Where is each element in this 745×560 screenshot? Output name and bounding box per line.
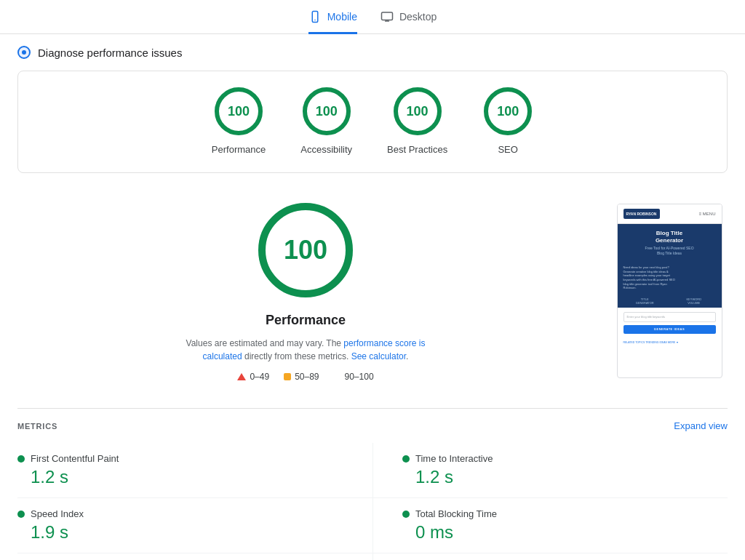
metric-tbt: Total Blocking Time 0 ms	[372, 498, 728, 553]
metrics-header: METRICS Expand view	[17, 420, 728, 431]
metric-cls: Cumulative Layout Shift 0	[372, 553, 728, 560]
tab-bar: Mobile Desktop	[0, 0, 745, 34]
performance-note: Values are estimated and may vary. The p…	[167, 337, 444, 363]
performance-title: Performance	[266, 313, 346, 328]
dot-icon	[334, 373, 341, 380]
score-seo: 100 SEO	[482, 86, 533, 155]
score-label-best-practices: Best Practices	[387, 144, 447, 155]
score-circle-seo: 100	[482, 86, 533, 137]
score-accessibility: 100 Accessibility	[300, 86, 352, 155]
metric-tti-name: Time to Interactive	[415, 453, 493, 464]
legend-green-label: 90–100	[345, 372, 374, 382]
preview-input-area: Enter your blog title keywords GENERATE …	[618, 308, 722, 338]
score-label-accessibility: Accessibility	[300, 144, 352, 155]
preview-input-placeholder: Enter your blog title keywords	[627, 315, 665, 319]
score-best-practices: 100 Best Practices	[387, 86, 447, 155]
metric-tti-dot	[402, 455, 410, 463]
performance-panel: 100 Performance Values are estimated and…	[17, 185, 594, 396]
metric-si-name-row: Speed Index	[17, 508, 343, 519]
legend-orange-label: 50–89	[295, 372, 319, 382]
metric-fcp-dot	[17, 455, 25, 463]
preview-body-text: Need ideas for your next blog post?Gener…	[624, 265, 716, 290]
score-label-performance: Performance	[212, 144, 266, 155]
diagnose-title: Diagnose performance issues	[38, 47, 182, 59]
scores-card: 100 Performance 100 Accessibility 100 Be…	[17, 71, 728, 173]
metric-fcp: First Contentful Paint 1.2 s	[17, 443, 372, 498]
score-legend: 0–49 50–89 90–100	[237, 372, 373, 382]
metric-fcp-value: 1.2 s	[17, 467, 343, 487]
legend-green: 90–100	[334, 372, 374, 382]
score-circle-performance: 100	[213, 86, 264, 137]
score-value-seo: 100	[497, 104, 519, 119]
preview-header: RYAN ROBINSON ≡ MENU	[618, 204, 722, 224]
tab-mobile-label: Mobile	[327, 11, 357, 23]
preview-body: Need ideas for your next blog post?Gener…	[618, 261, 722, 295]
preview-menu-icon: ≡ MENU	[699, 212, 716, 216]
tab-desktop-label: Desktop	[399, 11, 437, 23]
score-performance: 100 Performance	[212, 86, 266, 155]
preview-tags-text: RELATED TOPICS TRENDING IDEAS MORE ▼	[624, 341, 679, 344]
square-icon	[284, 373, 291, 380]
note-end: .	[406, 351, 408, 361]
preview-btn-label: GENERATE IDEAS	[654, 327, 685, 331]
metric-tbt-dot	[402, 511, 410, 518]
metrics-section: METRICS Expand view First Contentful Pai…	[17, 409, 728, 560]
tab-mobile[interactable]: Mobile	[308, 10, 357, 34]
big-score-value: 100	[284, 235, 327, 265]
preview-hero: Blog TitleGenerator Free Tool for AI-Pow…	[618, 224, 722, 262]
metric-tbt-name: Total Blocking Time	[415, 508, 497, 519]
metric-tbt-name-row: Total Blocking Time	[402, 508, 728, 519]
score-value-accessibility: 100	[316, 104, 338, 119]
metrics-title: METRICS	[17, 422, 57, 431]
metric-fcp-name-row: First Contentful Paint	[17, 453, 343, 464]
preview-cols: TITLEGENERATOR KEYWORDVOLUME	[618, 295, 722, 308]
diagnose-section: Diagnose performance issues	[0, 34, 745, 71]
metric-si: Speed Index 1.9 s	[17, 498, 372, 553]
desktop-icon	[381, 10, 394, 23]
preview-logo-text: RYAN ROBINSON	[626, 212, 657, 216]
score-circle-best-practices: 100	[392, 86, 443, 137]
legend-orange: 50–89	[284, 372, 319, 382]
metric-si-dot	[17, 511, 25, 518]
metric-si-value: 1.9 s	[17, 522, 343, 543]
legend-red-label: 0–49	[250, 372, 269, 382]
preview-col2: KEYWORDVOLUME	[672, 297, 716, 305]
note-plain: Values are estimated and may vary. The	[186, 338, 344, 348]
metric-fcp-name: First Contentful Paint	[31, 453, 119, 464]
metrics-grid: First Contentful Paint 1.2 s Time to Int…	[17, 443, 728, 560]
metric-lcp: Largest Contentful Paint 1.4 s	[17, 553, 372, 560]
svg-rect-2	[381, 12, 392, 20]
expand-view-link[interactable]: Expand view	[674, 420, 728, 431]
triangle-icon	[237, 373, 246, 380]
main-content: 100 Performance Values are estimated and…	[17, 173, 728, 409]
preview-box: RYAN ROBINSON ≡ MENU Blog TitleGenerator…	[617, 204, 722, 378]
score-circle-accessibility: 100	[301, 86, 352, 137]
metric-si-name: Speed Index	[31, 508, 84, 519]
preview-input: Enter your blog title keywords	[624, 312, 716, 322]
metric-tti-name-row: Time to Interactive	[402, 453, 728, 464]
preview-tags: RELATED TOPICS TRENDING IDEAS MORE ▼	[618, 338, 722, 347]
preview-col1: TITLEGENERATOR	[624, 297, 667, 305]
note-link-calc[interactable]: See calculator	[351, 351, 406, 361]
tab-desktop[interactable]: Desktop	[381, 10, 437, 34]
preview-generate-btn: GENERATE IDEAS	[624, 325, 716, 334]
preview-hero-sub: Free Tool for AI-Powered SEOBlog Title I…	[624, 246, 716, 255]
metric-tbt-value: 0 ms	[402, 522, 728, 543]
metric-tti: Time to Interactive 1.2 s	[372, 443, 728, 498]
diagnose-icon	[17, 46, 31, 59]
score-value-performance: 100	[228, 104, 250, 119]
preview-hero-title: Blog TitleGenerator	[624, 230, 716, 245]
big-score-circle: 100	[255, 199, 356, 301]
preview-panel: RYAN ROBINSON ≡ MENU Blog TitleGenerator…	[611, 185, 728, 396]
metric-tti-value: 1.2 s	[402, 467, 728, 487]
note-mid: directly from these metrics.	[242, 351, 351, 361]
score-label-seo: SEO	[498, 144, 517, 155]
mobile-icon	[308, 10, 322, 23]
preview-logo: RYAN ROBINSON	[624, 209, 660, 219]
legend-red: 0–49	[237, 372, 269, 382]
score-value-best-practices: 100	[407, 104, 429, 119]
